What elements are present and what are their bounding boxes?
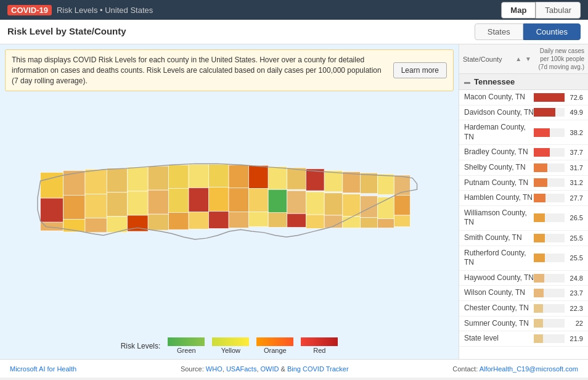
county-cell[interactable] <box>343 217 361 228</box>
county-cell[interactable] <box>287 191 306 213</box>
county-cell[interactable] <box>249 212 269 226</box>
county-cell[interactable] <box>85 169 107 194</box>
county-cell[interactable] <box>189 212 209 229</box>
county-cell[interactable] <box>148 166 168 190</box>
tabular-view-button[interactable]: Tabular <box>536 2 581 19</box>
county-cell[interactable] <box>306 168 324 190</box>
county-cell[interactable] <box>306 215 324 228</box>
county-bar <box>534 234 545 242</box>
sidebar-row[interactable]: Hamblen County, TN 27.7 <box>459 191 588 206</box>
info-banner: This map displays COVID Risk Levels for … <box>5 49 454 91</box>
county-cell[interactable] <box>361 217 378 228</box>
county-cell[interactable] <box>189 164 209 188</box>
sidebar-row[interactable]: Macon County, TN 72.6 <box>459 90 588 105</box>
county-cell[interactable] <box>229 188 249 212</box>
county-bar-wrap: 24.8 <box>534 274 583 283</box>
county-cell[interactable] <box>209 164 229 187</box>
county-cell[interactable] <box>189 188 209 212</box>
sidebar-row[interactable]: Putnam County, TN 31.2 <box>459 176 588 191</box>
tab-bar: Risk Level by State/County States Counti… <box>0 20 588 44</box>
county-cell[interactable] <box>394 195 410 215</box>
county-bar-wrap: 23.7 <box>534 289 583 297</box>
sidebar-row[interactable]: Davidson County, TN 49.9 <box>459 105 588 121</box>
tennessee-map <box>29 135 430 295</box>
county-cell[interactable] <box>169 212 189 229</box>
county-cell[interactable] <box>169 165 189 188</box>
county-cell[interactable] <box>306 192 324 215</box>
sidebar-row[interactable]: Sumner County, TN 22 <box>459 316 588 332</box>
county-cell[interactable] <box>63 195 85 219</box>
states-tab[interactable]: States <box>475 23 523 40</box>
county-bar-wrap: 21.9 <box>534 334 583 343</box>
county-cell[interactable] <box>361 173 378 193</box>
county-cell[interactable] <box>85 218 107 232</box>
sidebar-row[interactable]: Rutherford County, TN 25.5 <box>459 246 588 271</box>
sidebar-row[interactable]: Chester County, TN 22.3 <box>459 301 588 316</box>
sidebar-row[interactable]: Hardeman County, TN 38.2 <box>459 120 588 145</box>
footer: Microsoft AI for Health Source: WHO, USA… <box>0 359 588 378</box>
county-cell[interactable] <box>249 188 269 212</box>
county-cell[interactable] <box>148 190 168 214</box>
county-cell[interactable] <box>343 194 361 216</box>
county-cell[interactable] <box>209 187 229 211</box>
sidebar-row[interactable]: Wilson County, TN 23.7 <box>459 286 588 301</box>
county-cell[interactable] <box>107 192 127 217</box>
county-cell[interactable] <box>128 167 148 191</box>
county-cell[interactable] <box>169 188 189 212</box>
county-name: Haywood County, TN <box>464 273 534 283</box>
footer-ms-ai[interactable]: Microsoft AI for Health <box>10 365 76 373</box>
county-value: 31.2 <box>567 179 583 186</box>
county-cell[interactable] <box>128 191 148 215</box>
sidebar-row[interactable]: Shelby County, TN 31.7 <box>459 160 588 176</box>
county-cell[interactable] <box>378 174 394 194</box>
ms-ai-link[interactable]: Microsoft AI for Health <box>10 365 76 373</box>
sidebar-row[interactable]: Bradley County, TN 37.7 <box>459 145 588 160</box>
scroll-down-button[interactable]: ▼ <box>524 54 533 64</box>
county-cell[interactable] <box>361 196 378 217</box>
collapse-icon: ▬ <box>464 78 470 85</box>
county-cell[interactable] <box>287 168 306 189</box>
county-bar-bg <box>534 304 565 313</box>
county-cell[interactable] <box>209 211 229 228</box>
county-cell[interactable] <box>249 165 269 188</box>
sidebar-row[interactable]: Haywood County, TN 24.8 <box>459 271 588 286</box>
county-cell[interactable] <box>343 171 361 192</box>
county-bar <box>534 108 555 117</box>
county-cell[interactable] <box>268 212 287 227</box>
sidebar-row[interactable]: State level 21.9 <box>459 331 588 347</box>
county-cell[interactable] <box>324 192 343 215</box>
county-cell[interactable] <box>378 218 394 228</box>
county-cell[interactable] <box>268 189 287 213</box>
county-bar <box>534 289 544 297</box>
contact-link[interactable]: AlforHealth_C19@microsoft.com <box>480 365 578 373</box>
sidebar-col1-header: State/County <box>463 47 512 71</box>
county-cell[interactable] <box>287 213 306 227</box>
sidebar-row[interactable]: Williamson County, TN 26.5 <box>459 206 588 231</box>
county-cell[interactable] <box>324 170 343 191</box>
county-bar <box>534 274 544 283</box>
counties-tab[interactable]: Counties <box>523 23 581 40</box>
sidebar-rows-container: Macon County, TN 72.6 Davidson County, T… <box>459 90 588 347</box>
legend-yellow-bar <box>212 337 249 346</box>
county-bar-wrap: 31.7 <box>534 163 583 172</box>
county-cell[interactable] <box>229 165 249 188</box>
map-view-button[interactable]: Map <box>501 2 536 19</box>
county-cell[interactable] <box>107 168 127 192</box>
county-cell[interactable] <box>41 198 63 222</box>
county-bar-wrap: 49.9 <box>534 108 583 117</box>
county-cell[interactable] <box>394 215 410 227</box>
scroll-up-button[interactable]: ▲ <box>514 54 523 64</box>
county-cell[interactable] <box>229 212 249 228</box>
sidebar-row[interactable]: Smith County, TN 25.5 <box>459 231 588 246</box>
county-cell[interactable] <box>148 214 168 230</box>
learn-more-button[interactable]: Learn more <box>393 62 447 78</box>
tennessee-section-header[interactable]: ▬ Tennessee <box>459 74 588 90</box>
county-cell[interactable] <box>85 194 107 218</box>
county-value: 26.5 <box>567 214 583 221</box>
county-bar-wrap: 72.6 <box>534 93 583 102</box>
legend-green-label: Green <box>177 347 196 354</box>
county-cell[interactable] <box>268 167 287 189</box>
county-bar-bg <box>534 178 565 187</box>
county-cell[interactable] <box>41 222 63 231</box>
county-bar-wrap: 25.5 <box>534 234 583 242</box>
